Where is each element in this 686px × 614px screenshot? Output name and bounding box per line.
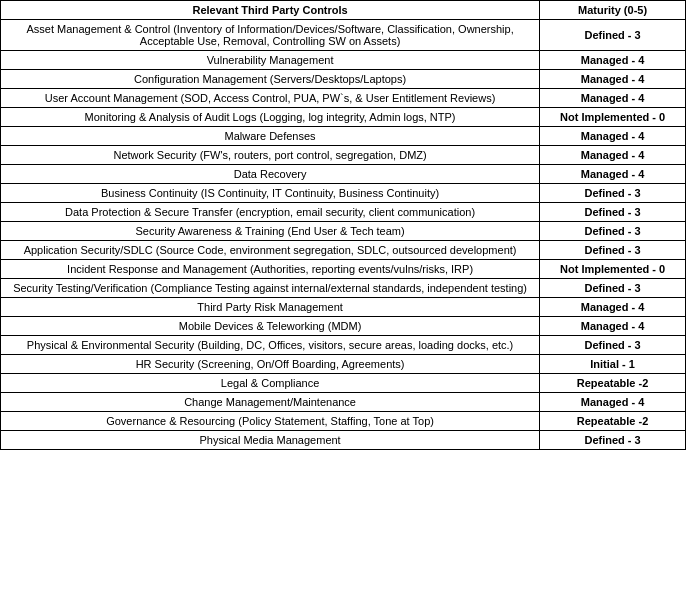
table-row: Configuration Management (Servers/Deskto…	[1, 70, 686, 89]
control-cell: Asset Management & Control (Inventory of…	[1, 20, 540, 51]
control-cell: Data Recovery	[1, 165, 540, 184]
table-row: Business Continuity (IS Continuity, IT C…	[1, 184, 686, 203]
maturity-cell: Managed - 4	[540, 146, 686, 165]
control-cell: Physical & Environmental Security (Build…	[1, 336, 540, 355]
maturity-cell: Repeatable -2	[540, 412, 686, 431]
maturity-cell: Defined - 3	[540, 336, 686, 355]
table-row: Application Security/SDLC (Source Code, …	[1, 241, 686, 260]
table-row: Incident Response and Management (Author…	[1, 260, 686, 279]
maturity-cell: Defined - 3	[540, 241, 686, 260]
maturity-cell: Defined - 3	[540, 20, 686, 51]
control-cell: Application Security/SDLC (Source Code, …	[1, 241, 540, 260]
control-cell: Configuration Management (Servers/Deskto…	[1, 70, 540, 89]
control-cell: User Account Management (SOD, Access Con…	[1, 89, 540, 108]
control-cell: Monitoring & Analysis of Audit Logs (Log…	[1, 108, 540, 127]
control-cell: Physical Media Management	[1, 431, 540, 450]
control-cell: Malware Defenses	[1, 127, 540, 146]
control-cell: Legal & Compliance	[1, 374, 540, 393]
maturity-cell: Managed - 4	[540, 165, 686, 184]
maturity-cell: Managed - 4	[540, 127, 686, 146]
table-row: Monitoring & Analysis of Audit Logs (Log…	[1, 108, 686, 127]
table-row: Security Awareness & Training (End User …	[1, 222, 686, 241]
table-row: Legal & ComplianceRepeatable -2	[1, 374, 686, 393]
control-cell: Security Testing/Verification (Complianc…	[1, 279, 540, 298]
table-row: Data RecoveryManaged - 4	[1, 165, 686, 184]
control-cell: Business Continuity (IS Continuity, IT C…	[1, 184, 540, 203]
control-cell: Mobile Devices & Teleworking (MDM)	[1, 317, 540, 336]
header-maturity: Maturity (0-5)	[540, 1, 686, 20]
maturity-cell: Initial - 1	[540, 355, 686, 374]
maturity-cell: Managed - 4	[540, 317, 686, 336]
control-cell: Security Awareness & Training (End User …	[1, 222, 540, 241]
control-cell: Network Security (FW's, routers, port co…	[1, 146, 540, 165]
control-cell: Data Protection & Secure Transfer (encry…	[1, 203, 540, 222]
control-cell: Incident Response and Management (Author…	[1, 260, 540, 279]
table-row: Physical & Environmental Security (Build…	[1, 336, 686, 355]
table-row: Malware DefensesManaged - 4	[1, 127, 686, 146]
control-cell: Third Party Risk Management	[1, 298, 540, 317]
table-row: Change Management/MaintenanceManaged - 4	[1, 393, 686, 412]
control-cell: Change Management/Maintenance	[1, 393, 540, 412]
table-row: Data Protection & Secure Transfer (encry…	[1, 203, 686, 222]
table-row: Third Party Risk ManagementManaged - 4	[1, 298, 686, 317]
maturity-cell: Managed - 4	[540, 70, 686, 89]
controls-table: Relevant Third Party Controls Maturity (…	[0, 0, 686, 450]
control-cell: Vulnerability Management	[1, 51, 540, 70]
control-cell: Governance & Resourcing (Policy Statemen…	[1, 412, 540, 431]
header-control: Relevant Third Party Controls	[1, 1, 540, 20]
table-row: Asset Management & Control (Inventory of…	[1, 20, 686, 51]
maturity-cell: Managed - 4	[540, 51, 686, 70]
maturity-cell: Defined - 3	[540, 222, 686, 241]
maturity-cell: Defined - 3	[540, 184, 686, 203]
table-row: Network Security (FW's, routers, port co…	[1, 146, 686, 165]
control-cell: HR Security (Screening, On/Off Boarding,…	[1, 355, 540, 374]
maturity-cell: Defined - 3	[540, 279, 686, 298]
table-row: Security Testing/Verification (Complianc…	[1, 279, 686, 298]
table-row: Physical Media ManagementDefined - 3	[1, 431, 686, 450]
table-row: HR Security (Screening, On/Off Boarding,…	[1, 355, 686, 374]
maturity-cell: Defined - 3	[540, 431, 686, 450]
maturity-cell: Managed - 4	[540, 89, 686, 108]
table-row: User Account Management (SOD, Access Con…	[1, 89, 686, 108]
maturity-cell: Not Implemented - 0	[540, 108, 686, 127]
table-row: Mobile Devices & Teleworking (MDM)Manage…	[1, 317, 686, 336]
maturity-cell: Not Implemented - 0	[540, 260, 686, 279]
table-row: Governance & Resourcing (Policy Statemen…	[1, 412, 686, 431]
table-row: Vulnerability ManagementManaged - 4	[1, 51, 686, 70]
maturity-cell: Managed - 4	[540, 298, 686, 317]
maturity-cell: Repeatable -2	[540, 374, 686, 393]
maturity-cell: Defined - 3	[540, 203, 686, 222]
maturity-cell: Managed - 4	[540, 393, 686, 412]
